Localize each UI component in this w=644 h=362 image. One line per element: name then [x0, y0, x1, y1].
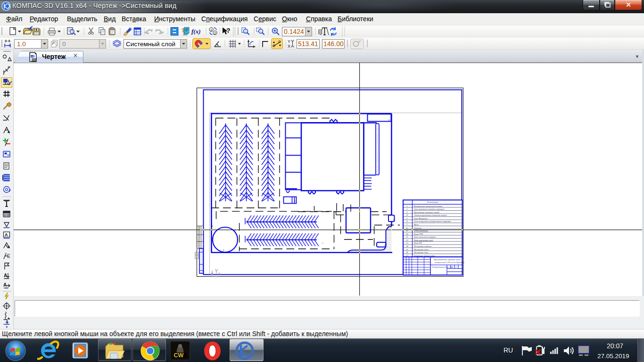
svg-text:17: 17	[406, 255, 408, 257]
svg-text:13: 13	[406, 242, 408, 244]
svg-text:Площадка отдыха: Площадка отдыха	[413, 245, 431, 247]
svg-text:16: 16	[406, 251, 408, 254]
svg-text:Экспликация: Экспликация	[427, 201, 438, 203]
svg-text:E: E	[7, 254, 10, 259]
svg-text:14: 14	[406, 245, 408, 247]
svg-text:Хранилище сыпучего сырья: Хранилище сыпучего сырья	[413, 211, 439, 214]
svg-text:Зона Выгрузки: Зона Выгрузки	[414, 217, 428, 220]
svg-text:Зона погрузочно-разгрузочных о: Зона погрузочно-разгрузочных операций	[414, 220, 451, 222]
svg-text:14: 14	[211, 225, 213, 227]
svg-text:15: 15	[406, 248, 408, 251]
svg-text:11: 11	[406, 236, 408, 238]
svg-text:146.00: 146.00	[323, 40, 344, 48]
svg-text:мощностью 120 м.т/ч Оренбург: мощностью 120 м.т/ч Оренбург	[434, 261, 465, 263]
svg-text:Y: Y	[288, 39, 290, 44]
svg-text:2: 2	[214, 32, 216, 35]
svg-text:0: 0	[62, 41, 66, 48]
svg-text:A: A	[5, 232, 8, 237]
svg-text:Весы: Весы	[414, 223, 419, 226]
svg-text:15: 15	[234, 229, 236, 231]
svg-text:1: 1	[452, 266, 453, 268]
svg-text:1: 1	[406, 205, 407, 207]
svg-text:12: 12	[406, 239, 408, 241]
svg-text:0.1424: 0.1424	[284, 28, 304, 35]
svg-text:11: 11	[384, 244, 386, 247]
svg-text:1: 1	[210, 28, 212, 32]
svg-text:Площадка общ.: Площадка общ.	[413, 251, 429, 254]
svg-text:1.0: 1.0	[17, 41, 26, 48]
svg-text:Генеральный план 1:50: Генеральный план 1:50	[431, 266, 454, 268]
svg-text:Площадка мала: Площадка мала	[413, 248, 429, 251]
svg-text:f(x): f(x)	[191, 28, 201, 35]
svg-text:Зона хранения техники горючего: Зона хранения техники горючего	[414, 208, 445, 210]
svg-text:?: ?	[226, 27, 231, 34]
svg-text:12: 12	[393, 219, 395, 221]
svg-text:513.41: 513.41	[298, 40, 318, 48]
svg-text:10: 10	[406, 233, 408, 235]
svg-text:Производство горючих газов: Производство горючих газов	[433, 258, 461, 261]
svg-text:Блок очистных сооб.: Блок очистных сооб.	[413, 239, 433, 241]
svg-text:CW: CW	[173, 352, 183, 359]
svg-text:Блок насосной станции: Блок насосной станции	[413, 236, 436, 238]
svg-text:Административно-бытовой корпус: Административно-бытовой корпус	[413, 214, 447, 216]
svg-text:A: A	[3, 282, 7, 288]
svg-text:1: 1	[337, 191, 338, 194]
svg-text:Резервуар запаса воды: Резервуар запаса воды	[413, 255, 435, 257]
svg-text:Системный слой: Системный слой	[126, 41, 175, 48]
svg-text:A: A	[4, 273, 7, 278]
svg-text:X: X	[288, 44, 290, 49]
svg-text:Блок ГРП: Блок ГРП	[413, 233, 423, 235]
svg-text:Контрольно пропускной пункт: Контрольно пропускной пункт	[413, 205, 443, 207]
svg-text:Блок ТП: Блок ТП	[413, 242, 422, 244]
svg-text:Газоход: Газоход	[413, 227, 421, 229]
